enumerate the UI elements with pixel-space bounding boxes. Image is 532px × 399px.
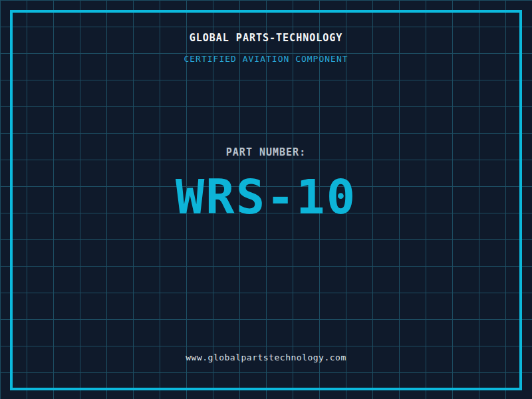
certification-tagline: CERTIFIED AVIATION COMPONENT [0, 54, 532, 64]
company-name: GLOBAL PARTS-TECHNOLOGY [0, 32, 532, 44]
website-url: www.globalpartstechnology.com [0, 352, 532, 362]
part-number-label: PART NUMBER: [0, 146, 532, 158]
part-number-value: WRS-10 [0, 172, 532, 222]
